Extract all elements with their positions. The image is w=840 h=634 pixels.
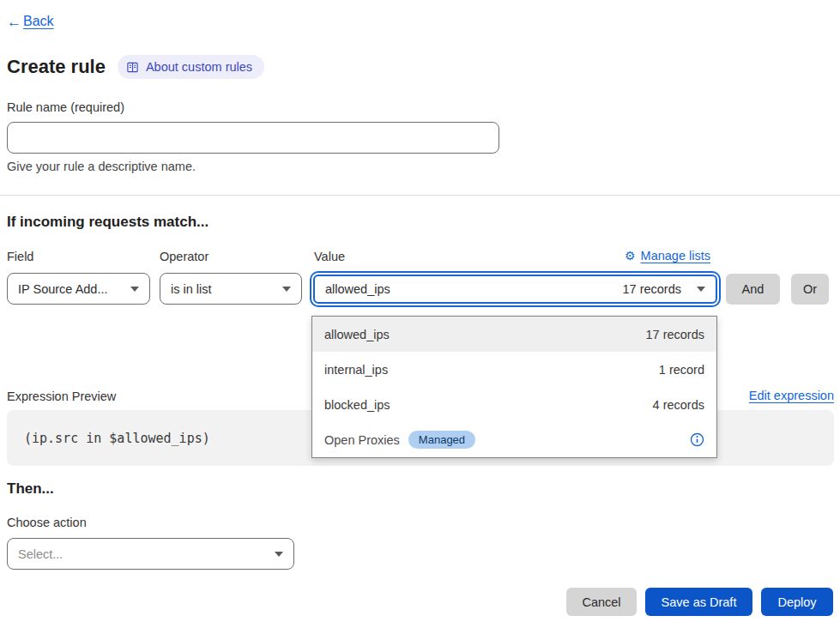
- create-rule-page: ← Back Create rule About custom rules Ru…: [0, 0, 840, 634]
- list-option-record-count: 4 records: [653, 398, 704, 412]
- operator-label: Operator: [160, 250, 208, 263]
- rule-name-label: Rule name (required): [7, 100, 124, 114]
- deploy-button[interactable]: Deploy: [761, 588, 833, 616]
- list-option-record-count: 1 record: [659, 363, 704, 377]
- action-select[interactable]: Select...: [7, 538, 294, 570]
- section-divider: [0, 195, 840, 196]
- operator-select-value: is in list: [171, 282, 212, 296]
- list-option-name: Open Proxies: [324, 433, 400, 447]
- then-section-heading: Then...: [7, 480, 54, 498]
- list-option-allowed-ips[interactable]: allowed_ips 17 records: [312, 317, 716, 352]
- chevron-down-icon: [275, 552, 283, 557]
- value-select-record-count: 17 records: [622, 282, 681, 296]
- expression-preview-label: Expression Preview: [7, 389, 116, 403]
- manage-lists-label: Manage lists: [641, 249, 710, 263]
- field-select-value: IP Source Add...: [18, 282, 108, 296]
- expression-code: (ip.src in $allowed_ips): [7, 431, 210, 446]
- chevron-down-icon: [282, 287, 291, 292]
- operator-select[interactable]: is in list: [160, 273, 302, 305]
- list-option-name: internal_ips: [324, 363, 388, 377]
- list-option-record-count: 17 records: [645, 328, 704, 341]
- gear-icon: ⚙: [625, 250, 636, 262]
- managed-badge: Managed: [408, 431, 475, 449]
- field-label: Field: [7, 250, 33, 263]
- back-link-label: Back: [23, 14, 54, 29]
- value-select[interactable]: allowed_ips 17 records: [313, 275, 717, 304]
- title-row: Create rule About custom rules: [7, 55, 264, 79]
- book-icon: [126, 61, 139, 74]
- list-option-blocked-ips[interactable]: blocked_ips 4 records: [312, 387, 716, 422]
- or-button[interactable]: Or: [791, 274, 829, 305]
- field-select[interactable]: IP Source Add...: [7, 273, 150, 305]
- list-option-name: blocked_ips: [324, 398, 390, 412]
- match-section-heading: If incoming requests match...: [7, 214, 208, 231]
- page-title: Create rule: [7, 56, 106, 78]
- value-select-dropdown: allowed_ips 17 records internal_ips 1 re…: [311, 316, 717, 458]
- list-option-open-proxies[interactable]: Open Proxies Managed: [312, 422, 716, 457]
- about-custom-rules-link[interactable]: About custom rules: [118, 55, 264, 79]
- value-label: Value: [314, 250, 345, 263]
- manage-lists-link[interactable]: ⚙ Manage lists: [625, 249, 710, 263]
- list-option-internal-ips[interactable]: internal_ips 1 record: [312, 352, 716, 387]
- list-option-name: allowed_ips: [324, 328, 390, 341]
- rule-name-helper-text: Give your rule a descriptive name.: [7, 160, 196, 173]
- value-select-value: allowed_ips: [325, 282, 390, 296]
- chevron-down-icon: [130, 287, 139, 292]
- back-arrow-icon: ←: [7, 15, 21, 29]
- rule-name-input[interactable]: [7, 122, 499, 154]
- back-link[interactable]: ← Back: [7, 14, 54, 29]
- save-as-draft-button[interactable]: Save as Draft: [645, 588, 752, 616]
- chevron-down-icon: [697, 287, 705, 292]
- cancel-button[interactable]: Cancel: [566, 588, 637, 616]
- info-icon[interactable]: [690, 432, 704, 447]
- choose-action-label: Choose action: [7, 516, 87, 529]
- about-custom-rules-label: About custom rules: [146, 60, 252, 74]
- edit-expression-link[interactable]: Edit expression: [749, 389, 834, 402]
- and-button[interactable]: And: [726, 274, 780, 305]
- action-select-placeholder: Select...: [18, 547, 63, 561]
